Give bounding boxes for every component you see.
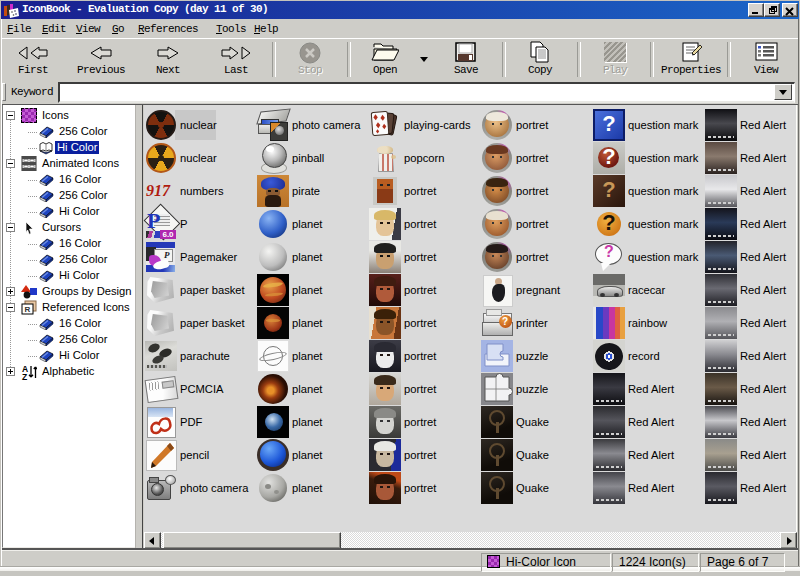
svg-text:Z: Z — [22, 372, 27, 380]
svg-text:R: R — [25, 305, 31, 314]
